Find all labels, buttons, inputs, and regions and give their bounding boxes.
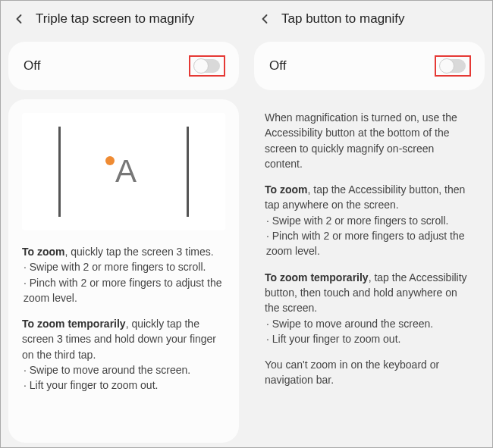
left-panel: Triple tap screen to magnify Off A To zo… bbox=[1, 1, 246, 447]
header-left: Triple tap screen to magnify bbox=[1, 1, 246, 37]
toggle-label-right: Off bbox=[269, 58, 286, 74]
back-icon[interactable] bbox=[257, 11, 272, 27]
toggle-label-left: Off bbox=[24, 58, 40, 74]
toggle-switch-left[interactable] bbox=[194, 59, 220, 73]
zoom-instructions: To zoom, tap the Accessibility button, t… bbox=[265, 182, 474, 258]
zoom-temp-instructions: To zoom temporarily, tap the Accessibili… bbox=[265, 270, 474, 346]
pointer-dot-icon bbox=[105, 156, 115, 165]
content-right: When magnification is turned on, use the… bbox=[254, 99, 485, 403]
back-icon[interactable] bbox=[11, 11, 27, 27]
letter-a-icon: A bbox=[115, 149, 137, 195]
note-text: You can't zoom in on the keyboard or nav… bbox=[265, 357, 474, 388]
toggle-switch-right[interactable] bbox=[440, 59, 466, 73]
intro-text: When magnification is turned on, use the… bbox=[265, 110, 474, 171]
guide-line-right bbox=[187, 127, 189, 217]
right-panel: Tap button to magnify Off When magnifica… bbox=[246, 1, 492, 447]
page-title-left: Triple tap screen to magnify bbox=[36, 11, 194, 27]
zoom-instructions: To zoom, quickly tap the screen 3 times.… bbox=[22, 244, 225, 305]
zoom-temp-instructions: To zoom temporarily, quickly tap the scr… bbox=[22, 316, 225, 393]
page-title-right: Tap button to magnify bbox=[281, 11, 405, 27]
magnify-illustration: A bbox=[22, 113, 225, 230]
toggle-card-right: Off bbox=[254, 42, 485, 90]
highlight-box-left bbox=[189, 55, 225, 77]
guide-line-left bbox=[58, 127, 61, 217]
highlight-box-right bbox=[435, 55, 471, 77]
content-left: A To zoom, quickly tap the screen 3 time… bbox=[8, 99, 239, 443]
header-right: Tap button to magnify bbox=[246, 1, 492, 37]
toggle-card-left: Off bbox=[8, 42, 239, 90]
